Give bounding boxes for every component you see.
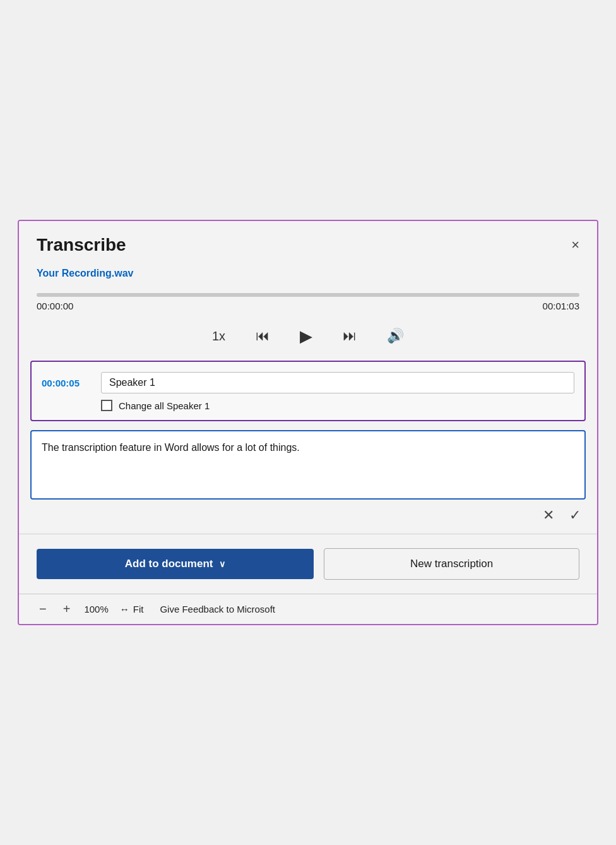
transcript-section[interactable]: The transcription feature in Word allows… — [30, 430, 586, 500]
change-all-label: Change all Speaker 1 — [119, 400, 210, 411]
time-row: 00:00:00 00:01:03 — [37, 297, 579, 311]
play-icon: ▶ — [300, 327, 312, 345]
skip-back-icon: ⏮︎ — [256, 328, 270, 344]
cancel-icon: ✕ — [543, 507, 554, 523]
volume-icon: 🔊 — [387, 328, 404, 344]
play-button[interactable]: ▶ — [296, 325, 316, 347]
volume-button[interactable]: 🔊 — [383, 327, 408, 345]
progress-section: 00:00:00 00:01:03 — [19, 288, 597, 314]
add-chevron-icon: ∨ — [219, 559, 225, 569]
panel-header: Transcribe × — [19, 221, 597, 264]
zoom-in-button[interactable]: + — [61, 601, 73, 618]
speaker-edit-section: 00:00:05 Change all Speaker 1 — [30, 361, 586, 421]
transcript-text: The transcription feature in Word allows… — [42, 440, 574, 456]
feedback-link[interactable]: Give Feedback to Microsoft — [160, 604, 275, 614]
controls-row: 1x ⏮︎ ▶ ⏭︎ 🔊 — [19, 314, 597, 361]
fit-label: Fit — [133, 604, 144, 614]
transcribe-panel: Transcribe × Your Recording.wav 00:00:00… — [18, 220, 598, 625]
speaker-timestamp: 00:00:05 — [42, 378, 92, 388]
zoom-level: 100% — [84, 604, 108, 614]
confirm-edit-button[interactable]: ✓ — [569, 507, 581, 524]
change-all-checkbox[interactable] — [101, 400, 112, 411]
panel-title: Transcribe — [37, 235, 126, 255]
zoom-out-button[interactable]: − — [37, 601, 49, 618]
confirm-icon: ✓ — [569, 507, 581, 523]
add-to-document-button[interactable]: Add to document ∨ — [37, 549, 314, 579]
action-icons-row: ✕ ✓ — [19, 500, 597, 534]
time-end: 00:01:03 — [543, 301, 579, 311]
skip-back-button[interactable]: ⏮︎ — [252, 327, 273, 345]
new-transcription-button[interactable]: New transcription — [324, 548, 579, 580]
file-link[interactable]: Your Recording.wav — [37, 268, 134, 279]
status-bar: − + 100% ↔ Fit Give Feedback to Microsof… — [19, 594, 597, 624]
checkbox-row: Change all Speaker 1 — [101, 400, 574, 411]
skip-forward-button[interactable]: ⏭︎ — [339, 327, 360, 345]
speaker-name-input[interactable] — [101, 372, 574, 393]
time-start: 00:00:00 — [37, 301, 73, 311]
progress-track[interactable] — [37, 293, 579, 297]
cancel-edit-button[interactable]: ✕ — [543, 507, 554, 524]
skip-forward-icon: ⏭︎ — [343, 328, 357, 344]
fit-button[interactable]: ↔ Fit — [120, 604, 144, 614]
add-to-document-label: Add to document — [125, 558, 213, 570]
speed-button[interactable]: 1x — [208, 327, 229, 345]
speaker-row: 00:00:05 — [42, 372, 574, 393]
file-link-section: Your Recording.wav — [19, 264, 597, 288]
close-button[interactable]: × — [571, 238, 579, 252]
bottom-bar: Add to document ∨ New transcription — [19, 534, 597, 594]
fit-icon: ↔ — [120, 604, 129, 614]
